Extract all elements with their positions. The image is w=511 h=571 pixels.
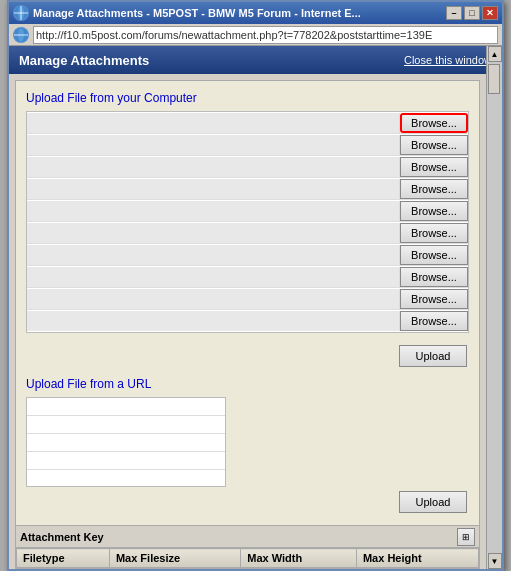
file-row: Browse... xyxy=(27,200,468,222)
file-input[interactable] xyxy=(27,289,400,309)
url-input-2[interactable] xyxy=(27,417,225,433)
file-input[interactable] xyxy=(27,157,400,177)
url-line-1 xyxy=(27,398,225,416)
url-input-area xyxy=(26,397,226,487)
browser-icon xyxy=(13,5,29,21)
file-row: Browse... xyxy=(27,112,468,134)
browse-button-5[interactable]: Browse... xyxy=(400,201,468,221)
browser-logo-icon xyxy=(13,27,29,43)
file-input[interactable] xyxy=(27,135,400,155)
file-input[interactable] xyxy=(27,113,400,133)
scroll-thumb[interactable] xyxy=(488,64,500,94)
attachment-key-icon[interactable]: ⊞ xyxy=(457,528,475,546)
url-line-2 xyxy=(27,416,225,434)
browse-button-7[interactable]: Browse... xyxy=(400,245,468,265)
file-row: Browse... xyxy=(27,156,468,178)
url-input-1[interactable] xyxy=(27,399,225,415)
window-title: Manage Attachments - M5POST - BMW M5 For… xyxy=(33,7,446,19)
file-row: Browse... xyxy=(27,178,468,200)
file-input[interactable] xyxy=(27,179,400,199)
col-max-width: Max Width xyxy=(241,549,357,568)
file-input[interactable] xyxy=(27,201,400,221)
title-bar: Manage Attachments - M5POST - BMW M5 For… xyxy=(9,2,502,24)
file-row: Browse... xyxy=(27,222,468,244)
upload-computer-button[interactable]: Upload xyxy=(399,345,467,367)
scroll-up-arrow[interactable]: ▲ xyxy=(488,46,502,62)
file-input[interactable] xyxy=(27,267,400,287)
attachment-key-title: Attachment Key xyxy=(20,531,104,543)
upload-computer-btn-row: Upload xyxy=(26,345,469,367)
url-line-4 xyxy=(27,452,225,470)
browse-button-6[interactable]: Browse... xyxy=(400,223,468,243)
url-line-3 xyxy=(27,434,225,452)
minimize-button[interactable]: – xyxy=(446,6,462,20)
file-input[interactable] xyxy=(27,245,400,265)
file-row: Browse... xyxy=(27,310,468,332)
url-input-3[interactable] xyxy=(27,435,225,451)
col-max-filesize: Max Filesize xyxy=(109,549,240,568)
browse-button-8[interactable]: Browse... xyxy=(400,267,468,287)
close-button[interactable]: ✕ xyxy=(482,6,498,20)
upload-from-url-section: Upload File from a URL Upload xyxy=(26,377,469,513)
scroll-down-arrow[interactable]: ▼ xyxy=(488,553,502,569)
browse-button-3[interactable]: Browse... xyxy=(400,157,468,177)
attachment-key-table: Filetype Max Filesize Max Width Max Heig… xyxy=(16,548,479,567)
upload-url-title: Upload File from a URL xyxy=(26,377,469,391)
attachment-key-section: Attachment Key ⊞ Filetype Max Filesize M… xyxy=(15,525,480,567)
file-row: Browse... xyxy=(27,244,468,266)
file-upload-grid: Browse... Browse... Browse... Browse... xyxy=(26,111,469,333)
col-max-height: Max Height xyxy=(356,549,478,568)
col-filetype: Filetype xyxy=(17,549,110,568)
file-row: Browse... xyxy=(27,134,468,156)
upload-url-btn-row: Upload xyxy=(26,491,469,513)
close-window-button[interactable]: Close this window xyxy=(404,54,492,66)
attachment-key-header: Attachment Key ⊞ xyxy=(16,526,479,548)
key-table-header-row: Filetype Max Filesize Max Width Max Heig… xyxy=(17,549,479,568)
url-input-4[interactable] xyxy=(27,453,225,469)
browse-button-9[interactable]: Browse... xyxy=(400,289,468,309)
file-row: Browse... xyxy=(27,266,468,288)
file-input[interactable] xyxy=(27,311,400,331)
window-controls: – □ ✕ xyxy=(446,6,498,20)
scroll-track[interactable] xyxy=(487,62,502,553)
maximize-button[interactable]: □ xyxy=(464,6,480,20)
url-input-5[interactable] xyxy=(27,471,225,487)
file-input[interactable] xyxy=(27,223,400,243)
browse-button-10[interactable]: Browse... xyxy=(400,311,468,331)
manage-bar: Manage Attachments Close this window xyxy=(9,46,502,74)
browse-button-1[interactable]: Browse... xyxy=(400,113,468,133)
url-line-5 xyxy=(27,470,225,488)
upload-url-button[interactable]: Upload xyxy=(399,491,467,513)
address-input[interactable] xyxy=(33,26,498,44)
address-bar xyxy=(9,24,502,46)
browse-button-2[interactable]: Browse... xyxy=(400,135,468,155)
browse-button-4[interactable]: Browse... xyxy=(400,179,468,199)
upload-from-computer-section: Upload File from your Computer Browse...… xyxy=(26,91,469,367)
scrollbar-right[interactable]: ▲ ▼ xyxy=(486,46,502,569)
file-row: Browse... xyxy=(27,288,468,310)
upload-computer-title: Upload File from your Computer xyxy=(26,91,469,105)
browser-window: Manage Attachments - M5POST - BMW M5 For… xyxy=(7,0,504,571)
manage-bar-title: Manage Attachments xyxy=(19,53,149,68)
content-area: Upload File from your Computer Browse...… xyxy=(15,80,480,567)
